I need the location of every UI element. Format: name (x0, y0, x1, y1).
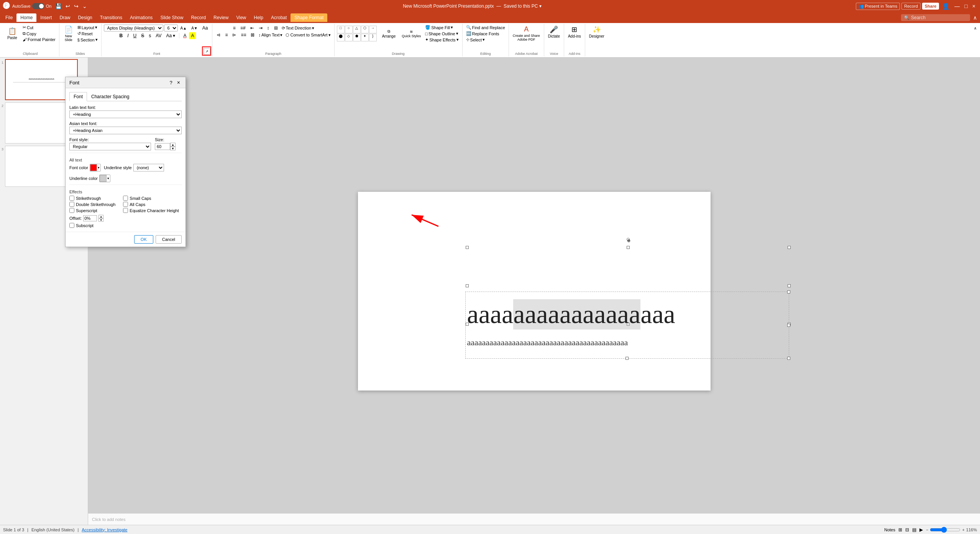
tab-slideshow[interactable]: Slide Show (156, 13, 187, 22)
subscript-checkbox[interactable] (69, 223, 74, 228)
tab-view[interactable]: View (232, 13, 250, 22)
arrange-button[interactable]: ⧉ Arrange (381, 28, 397, 39)
char-spacing-button[interactable]: AV (154, 32, 163, 39)
layout-button[interactable]: ⊞ Layout ▾ (76, 25, 99, 30)
handle2-bc[interactable] (625, 357, 629, 360)
minimize-button[interactable]: — (953, 2, 961, 10)
ribbon-minimize-button[interactable]: ∧ (972, 25, 978, 31)
handle-ml[interactable] (466, 284, 469, 287)
line-spacing-button[interactable]: ↕ (265, 25, 271, 31)
bold-button[interactable]: B (118, 32, 125, 39)
distribute-button[interactable]: ⊠ (249, 31, 256, 38)
paste-button[interactable]: 📋 Paste (4, 26, 21, 41)
customize-button[interactable]: ⌄ (81, 2, 89, 10)
tab-acrobat[interactable]: Acrobat (267, 13, 291, 22)
font-style-select[interactable]: Regular (69, 143, 151, 150)
handle-tc[interactable] (627, 246, 630, 249)
ribbon-collapse-button[interactable]: ∧ (972, 14, 978, 21)
replace-fonts-button[interactable]: 🔤 Replace Fonts (465, 31, 506, 36)
italic-button[interactable]: I (125, 32, 130, 39)
strikethrough-button[interactable]: S (139, 32, 146, 39)
slide-canvas[interactable]: ⊕ aaaa aaaaaaaaaaa aaa aaaaaaaaaaaaaaaaa… (358, 192, 711, 391)
shape-item[interactable]: ⬡ (361, 26, 369, 33)
tab-insert[interactable]: Insert (36, 13, 56, 22)
clear-format-button[interactable]: Aa (200, 25, 210, 31)
font-size-select[interactable]: 60 (164, 25, 178, 31)
font-dialog-help-button[interactable]: ? (168, 79, 174, 86)
autosave-toggle[interactable] (32, 3, 44, 9)
change-case-button[interactable]: Aa ▾ (164, 32, 177, 39)
shape-item[interactable]: } (369, 34, 377, 41)
create-share-adobe-button[interactable]: A Create and ShareAdobe PDF (511, 25, 542, 42)
handle2-mr[interactable] (787, 324, 790, 327)
font-size-input[interactable] (155, 143, 170, 150)
text-box-2-selection[interactable] (465, 292, 789, 359)
increase-indent-button[interactable]: ⇥ (257, 25, 264, 31)
shape-item[interactable]: ○ (345, 26, 353, 33)
increase-font-size-button[interactable]: A▲ (179, 25, 189, 31)
underline-style-select[interactable]: (none) (133, 164, 164, 171)
shape-item[interactable]: ◇ (345, 34, 353, 41)
redo-button[interactable]: ↪ (72, 2, 80, 10)
text-direction-button[interactable]: ⟳ Text Direction ▾ (281, 25, 316, 31)
handle2-br[interactable] (787, 357, 790, 360)
underline-color-dropdown-icon[interactable]: ▾ (107, 176, 110, 181)
font-color-swatch-button[interactable]: ▾ (90, 164, 101, 171)
font-size-down[interactable]: ▼ (170, 147, 176, 150)
share-button[interactable]: Share (922, 3, 939, 10)
record-button[interactable]: Record (901, 3, 920, 10)
rotate-handle[interactable]: ⊕ (627, 238, 630, 241)
double-strikethrough-checkbox[interactable] (69, 202, 74, 207)
decrease-indent-button[interactable]: ⇤ (248, 25, 256, 31)
shape-item[interactable]: → (369, 26, 377, 33)
decrease-font-size-button[interactable]: A▼ (189, 25, 200, 31)
small-caps-checkbox[interactable] (123, 196, 128, 201)
tab-review[interactable]: Review (210, 13, 232, 22)
font-dialog-cancel-button[interactable]: Cancel (156, 235, 182, 244)
designer-button[interactable]: ✨ Designer (588, 25, 606, 39)
undo-button[interactable]: ↩ (64, 2, 72, 10)
shape-item[interactable]: ⬤ (337, 34, 345, 41)
new-slide-button[interactable]: 📄 NewSlide (62, 25, 76, 43)
copy-button[interactable]: ⧉ Copy (21, 31, 57, 36)
tab-shape-format[interactable]: Shape Format (291, 13, 327, 22)
saved-dropdown[interactable]: ▾ (539, 3, 542, 9)
addins-button[interactable]: ⊞ Add-ins (566, 25, 583, 39)
numbering-button[interactable]: ≡# (238, 25, 248, 31)
align-text-button[interactable]: ↕ Align Text ▾ (257, 32, 284, 38)
underline-button[interactable]: U (131, 32, 139, 39)
shape-item[interactable]: ✦ (361, 34, 369, 41)
tab-transitions[interactable]: Transitions (96, 13, 126, 22)
handle2-tr[interactable] (787, 290, 790, 293)
columns-button[interactable]: ⊞ (272, 25, 280, 31)
underline-color-swatch-button[interactable]: ▾ (99, 175, 110, 182)
search-box[interactable]: 🔍 Search (901, 14, 970, 21)
shape-item[interactable]: ⬟ (353, 34, 361, 41)
handle-tl[interactable] (466, 246, 469, 249)
tab-animations[interactable]: Animations (126, 13, 156, 22)
tab-design[interactable]: Design (74, 13, 96, 22)
find-replace-button[interactable]: 🔍 Find and Replace (465, 25, 506, 30)
shape-item[interactable]: △ (353, 26, 361, 33)
handle-mr[interactable] (788, 284, 791, 287)
notes-area[interactable]: Click to add notes (88, 513, 980, 525)
align-right-button[interactable]: ⊳ (230, 31, 238, 38)
strikethrough-checkbox[interactable] (69, 196, 74, 201)
format-painter-button[interactable]: 🖌 Format Painter (21, 37, 57, 42)
equalize-char-height-checkbox[interactable] (123, 208, 128, 213)
shape-fill-button[interactable]: 🪣 Shape Fill ▾ (424, 25, 460, 30)
close-button[interactable]: × (971, 2, 977, 10)
offset-input[interactable] (83, 215, 97, 221)
convert-smartart-button[interactable]: ⬡ Convert to SmartArt ▾ (284, 32, 332, 38)
tab-draw[interactable]: Draw (56, 13, 74, 22)
font-dialog-launcher[interactable]: ↗ (204, 48, 210, 55)
tab-help[interactable]: Help (250, 13, 267, 22)
font-color-button[interactable]: A (181, 32, 188, 39)
superscript-checkbox[interactable] (69, 208, 74, 213)
shape-effects-button[interactable]: ✦ Shape Effects ▾ (424, 37, 460, 43)
select-button[interactable]: ⊹ Select ▾ (465, 37, 506, 43)
tab-file[interactable]: File (2, 13, 16, 22)
section-button[interactable]: § Section ▾ (76, 37, 99, 43)
bullets-button[interactable]: ≡ (231, 25, 238, 31)
font-dialog-close-button[interactable]: × (176, 79, 182, 86)
